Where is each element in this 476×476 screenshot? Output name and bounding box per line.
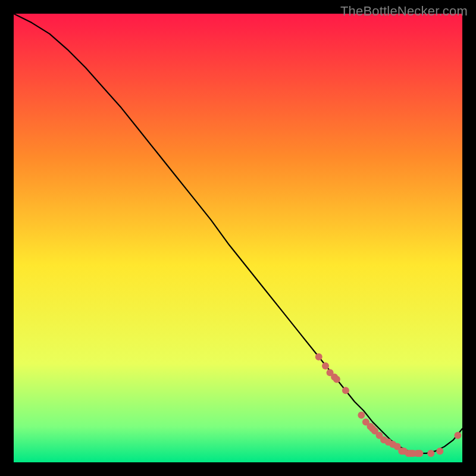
data-marker [333, 376, 340, 383]
plot-area [14, 14, 462, 462]
data-marker [342, 387, 349, 394]
data-marker [454, 432, 461, 439]
chart-frame: TheBottleNecker.com [0, 0, 476, 476]
data-marker [416, 450, 423, 457]
data-marker [315, 353, 322, 361]
data-marker [427, 450, 434, 457]
data-marker [436, 447, 443, 455]
bottleneck-curve-chart [14, 14, 462, 462]
data-marker [358, 412, 365, 419]
gradient-background [14, 14, 462, 462]
watermark-text: TheBottleNecker.com [340, 4, 468, 19]
data-marker [322, 362, 329, 369]
